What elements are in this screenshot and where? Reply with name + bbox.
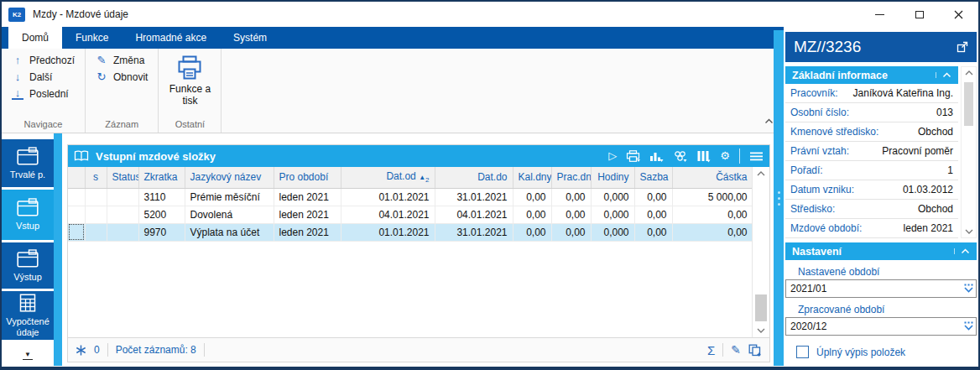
full-listing-checkbox[interactable]	[796, 346, 809, 358]
table-cell[interactable]: 0,000	[591, 188, 634, 206]
tab-system[interactable]: Systém	[220, 27, 280, 49]
zpracovane-obdobi-input[interactable]	[786, 319, 962, 334]
table-cell[interactable]	[107, 223, 138, 241]
table-cell[interactable]	[107, 206, 138, 223]
sidebar-item-vystup[interactable]: Výstup	[2, 242, 54, 289]
print-button[interactable]	[626, 150, 640, 163]
table-cell[interactable]: Prémie měsíční	[185, 188, 274, 206]
column-header-prac-dny[interactable]: Prac.dny	[551, 167, 591, 188]
table-cell[interactable]: 0,00	[551, 206, 591, 223]
table-cell[interactable]	[85, 206, 107, 223]
table-cell-focused[interactable]	[68, 223, 85, 241]
zmena-button[interactable]: ✎ Změna	[89, 53, 154, 68]
table-cell[interactable]: 0,000	[591, 223, 634, 241]
column-header-s[interactable]: s	[85, 167, 107, 188]
tab-funkce[interactable]: Funkce	[62, 27, 122, 49]
scroll-down-arrow-icon[interactable]	[753, 328, 769, 333]
table-cell[interactable]: 01.01.2021	[341, 223, 435, 241]
minimize-button[interactable]	[860, 2, 899, 27]
columns-button[interactable]	[696, 150, 711, 163]
table-cell[interactable]	[68, 206, 85, 223]
table-cell[interactable]: 04.01.2021	[341, 206, 435, 223]
close-button[interactable]	[939, 2, 978, 27]
period-dropdown-icon[interactable]	[962, 284, 975, 294]
tab-domu[interactable]: Domů	[8, 27, 62, 49]
column-header-dat-do[interactable]: Dat.do	[435, 167, 513, 188]
column-header-castka[interactable]: Částka	[672, 167, 753, 188]
scroll-up-arrow-icon[interactable]	[962, 70, 976, 76]
table-cell[interactable]	[68, 188, 85, 206]
ribbon-collapse-button[interactable]	[764, 115, 774, 127]
table-cell[interactable]: 0,00	[551, 188, 591, 206]
scrollbar-thumb[interactable]	[964, 82, 973, 126]
column-header-kal-dny[interactable]: Kal.dny	[513, 167, 551, 188]
sidebar-item-trvale[interactable]: Trvalé p.	[2, 139, 54, 187]
settings-button[interactable]: ⚙	[720, 150, 730, 162]
table-cell[interactable]: 0,00	[672, 223, 753, 241]
table-cell[interactable]: leden 2021	[274, 206, 341, 223]
collapse-section-button[interactable]	[954, 248, 970, 254]
table-cell[interactable]: 0,00	[551, 223, 591, 241]
table-cell[interactable]: Výplata na účet	[185, 223, 274, 241]
table-cell[interactable]: 0,000	[591, 206, 634, 223]
funkce-a-tisk-button[interactable]: Funkce a tisk	[162, 53, 217, 107]
table-cell[interactable]: 0,00	[513, 223, 551, 241]
column-header-status[interactable]: Status	[107, 167, 138, 188]
table-cell[interactable]: 0,00	[634, 188, 672, 206]
column-header-hodiny[interactable]: Hodiny	[591, 167, 634, 188]
table-cell[interactable]: 0,00	[634, 223, 672, 241]
table-cell[interactable]	[107, 188, 138, 206]
table-cell[interactable]: Dovolená	[185, 206, 274, 223]
table-cell[interactable]: 31.01.2021	[435, 188, 513, 206]
column-header-dat-od[interactable]: Dat.od ▲2	[341, 167, 435, 188]
table-cell[interactable]: 0,00	[513, 206, 551, 223]
column-header-sazba[interactable]: Sazba	[634, 167, 672, 188]
open-external-button[interactable]	[957, 41, 968, 53]
column-header-selector[interactable]	[68, 167, 85, 188]
relations-button[interactable]	[673, 150, 687, 163]
grid-vertical-scrollbar[interactable]	[752, 167, 769, 337]
table-cell[interactable]: 0,00	[634, 206, 672, 223]
menu-button[interactable]	[749, 151, 764, 162]
tab-hromadne-akce[interactable]: Hromadné akce	[122, 27, 220, 49]
panel-vertical-scrollbar[interactable]	[961, 66, 977, 238]
dalsi-button[interactable]: ↓ Další	[5, 70, 81, 85]
sidebar-item-vypoctene-udaje[interactable]: Vypočtené údaje	[2, 291, 54, 340]
period-dropdown-icon[interactable]	[962, 321, 975, 331]
scrollbar-thumb[interactable]	[755, 294, 767, 321]
edit-button[interactable]: ✎	[731, 343, 741, 357]
predchozi-button[interactable]: ↑ Předchozí	[5, 53, 81, 68]
sidebar-collapse-button[interactable]: ▼	[2, 344, 54, 366]
chart-button[interactable]	[649, 150, 664, 163]
table-cell[interactable]: 9970	[138, 223, 185, 241]
sum-button[interactable]: Σ	[707, 343, 715, 357]
obnovit-button[interactable]: ↻ Obnovit	[89, 70, 154, 85]
run-button[interactable]: ▷	[608, 150, 617, 162]
table-cell[interactable]: 0,00	[672, 206, 753, 223]
table-cell[interactable]: 3110	[138, 188, 185, 206]
nastavene-obdobi-input[interactable]	[786, 281, 962, 296]
table-cell[interactable]: 5 000,00	[672, 188, 753, 206]
column-header-zkratka[interactable]: Zkratka	[138, 167, 185, 188]
scroll-down-arrow-icon[interactable]	[962, 229, 976, 234]
table-cell[interactable]: 31.01.2021	[435, 223, 513, 241]
column-header-pro-obdobi[interactable]: Pro období	[274, 167, 341, 188]
table-cell[interactable]	[85, 188, 107, 206]
table-cell[interactable]: leden 2021	[274, 188, 341, 206]
table-cell[interactable]: 04.01.2021	[435, 206, 513, 223]
table-cell[interactable]: 01.01.2021	[341, 188, 435, 206]
scroll-up-arrow-icon[interactable]	[753, 171, 769, 176]
copy-add-icon[interactable]	[748, 344, 762, 357]
column-header-jazykovy-nazev[interactable]: Jazykový název	[185, 167, 274, 188]
sidebar-item-vstup[interactable]: Vstup	[2, 190, 54, 240]
basic-info-header[interactable]: Základní informace	[785, 66, 958, 84]
table-cell[interactable]	[85, 223, 107, 241]
settings-header[interactable]: Nastavení	[785, 242, 977, 260]
collapse-section-button[interactable]	[936, 72, 951, 78]
maximize-button[interactable]	[899, 2, 939, 27]
table-cell[interactable]: 0,00	[513, 188, 551, 206]
table-cell[interactable]: leden 2021	[274, 223, 341, 241]
panel-splitter[interactable]	[774, 30, 784, 366]
posledni-button[interactable]: ↓ Poslední	[5, 86, 81, 102]
table-cell[interactable]: 5200	[138, 206, 185, 223]
